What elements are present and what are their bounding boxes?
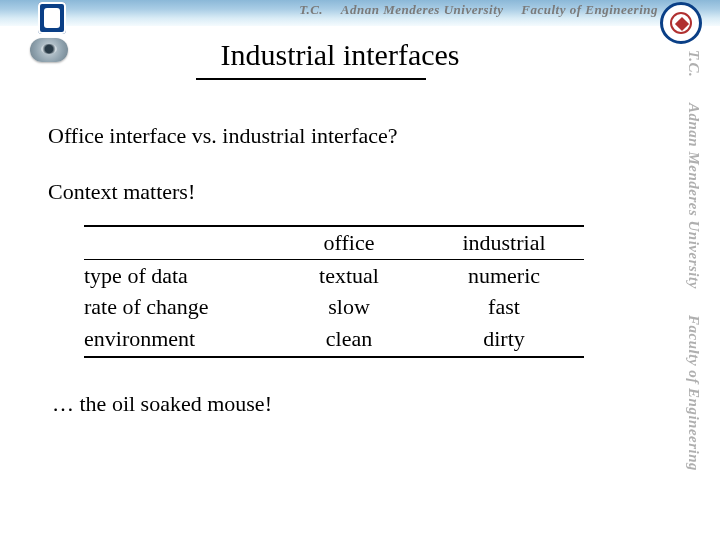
table-row: environment clean dirty	[84, 323, 584, 358]
slide: T.C. Adnan Menderes University Faculty o…	[0, 0, 720, 540]
university-crest-icon	[38, 2, 66, 34]
side-faculty: Faculty of Engineering	[686, 315, 702, 471]
comparison-table: office industrial type of data textual n…	[84, 225, 584, 358]
footer-note: … the oil soaked mouse!	[52, 390, 650, 418]
body-line-2: Context matters!	[48, 178, 650, 206]
table-cell-b: fast	[424, 291, 584, 323]
table-cell-b: numeric	[424, 259, 584, 291]
table-row: type of data textual numeric	[84, 259, 584, 291]
header-university: Adnan Menderes University	[341, 2, 504, 17]
table-row: rate of change slow fast	[84, 291, 584, 323]
table-cell-b: dirty	[424, 323, 584, 358]
table-cell-label: environment	[84, 323, 274, 358]
body-area: Office interface vs. industrial interfac…	[48, 122, 650, 418]
header-tc: T.C.	[299, 2, 323, 17]
table-cell-a: clean	[274, 323, 424, 358]
side-watermark-text: T.C. Adnan Menderes University Faculty o…	[685, 50, 702, 493]
table-header-office: office	[274, 226, 424, 259]
side-watermark: T.C. Adnan Menderes University Faculty o…	[674, 50, 718, 530]
body-line-1: Office interface vs. industrial interfac…	[48, 122, 650, 150]
header-faculty: Faculty of Engineering	[521, 2, 658, 17]
side-tc: T.C.	[686, 50, 702, 77]
table-header-blank	[84, 226, 274, 259]
table-cell-a: slow	[274, 291, 424, 323]
table-header-industrial: industrial	[424, 226, 584, 259]
table-cell-a: textual	[274, 259, 424, 291]
header-bar: T.C. Adnan Menderes University Faculty o…	[0, 0, 720, 26]
header-caption: T.C. Adnan Menderes University Faculty o…	[285, 2, 658, 18]
title-underline	[196, 78, 426, 80]
table-cell-label: type of data	[84, 259, 274, 291]
table-cell-label: rate of change	[84, 291, 274, 323]
slide-title: Industrial interfaces	[0, 38, 680, 72]
side-university: Adnan Menderes University	[686, 103, 702, 289]
table-header-row: office industrial	[84, 226, 584, 259]
